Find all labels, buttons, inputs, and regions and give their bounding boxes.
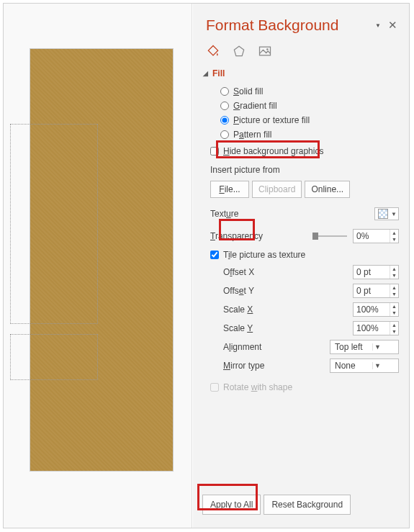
panel-title: Format Background — [206, 17, 338, 34]
radio-gradient-fill[interactable]: Gradient fill — [220, 99, 399, 113]
apply-to-all-button[interactable]: Apply to All — [202, 495, 261, 515]
hide-bg-checkbox-row[interactable]: Hide background graphics — [210, 142, 399, 159]
rotate-checkbox — [210, 383, 219, 392]
reset-background-button[interactable]: Reset Background — [264, 495, 351, 515]
transparency-slider[interactable] — [312, 235, 347, 237]
transparency-label: Transparency — [210, 231, 263, 241]
file-button[interactable]: File... — [210, 181, 249, 198]
clipboard-button: Clipboard — [252, 181, 302, 198]
fill-section-header[interactable]: ◢ Fill — [193, 66, 409, 83]
svg-marker-0 — [234, 46, 243, 55]
radio-picture-fill[interactable]: Picture or texture fill — [220, 113, 399, 127]
effects-tab-icon[interactable] — [232, 44, 246, 58]
texture-dropdown[interactable]: ▼ — [374, 207, 399, 220]
offset-x-spinner[interactable]: 0 pt ▲▼ — [353, 265, 399, 279]
hide-bg-checkbox[interactable] — [210, 147, 219, 155]
texture-swatch-icon — [378, 209, 388, 219]
offset-y-label: Offset Y — [223, 286, 254, 296]
radio-pattern-input[interactable] — [220, 130, 229, 139]
radio-solid-input[interactable] — [220, 87, 229, 96]
tile-checkbox[interactable] — [210, 251, 219, 259]
mirror-label: Mirror type — [223, 361, 264, 371]
offset-y-spinner[interactable]: 0 pt ▲▼ — [353, 284, 399, 298]
subtitle-placeholder — [10, 334, 98, 380]
radio-picture-input[interactable] — [220, 116, 229, 125]
transparency-value[interactable]: 0% — [354, 230, 390, 243]
format-background-panel: Format Background ▼ ✕ ◢ Fill — [193, 4, 409, 528]
alignment-dropdown[interactable]: Top left ▼ — [330, 340, 399, 354]
chevron-down-icon: ▼ — [391, 211, 397, 217]
insert-picture-label: Insert picture from — [210, 159, 399, 179]
slide-thumbnail — [30, 48, 174, 472]
radio-solid-fill[interactable]: Solid fill — [220, 84, 399, 99]
panel-menu-icon[interactable]: ▼ — [375, 22, 381, 29]
scale-x-spinner[interactable]: 100% ▲▼ — [353, 302, 399, 317]
chevron-down-icon: ▼ — [372, 362, 382, 369]
close-icon[interactable]: ✕ — [388, 19, 397, 32]
radio-pattern-fill[interactable]: Pattern fill — [220, 127, 399, 142]
texture-label: Texture — [210, 209, 238, 219]
collapse-icon: ◢ — [203, 70, 208, 77]
picture-tab-icon[interactable] — [258, 44, 272, 58]
alignment-label: Alignment — [223, 342, 261, 352]
scale-y-spinner[interactable]: 100% ▲▼ — [353, 321, 399, 335]
chevron-down-icon: ▼ — [372, 343, 382, 351]
title-placeholder — [10, 124, 98, 324]
slide-preview-area — [4, 4, 192, 528]
rotate-checkbox-row: Rotate with shape — [210, 378, 399, 395]
mirror-dropdown[interactable]: None ▼ — [330, 359, 399, 373]
transparency-spinner[interactable]: 0% ▲▼ — [353, 229, 399, 243]
svg-point-2 — [266, 48, 269, 50]
online-button[interactable]: Online... — [305, 181, 350, 198]
spinner-up-icon[interactable]: ▲ — [390, 230, 398, 236]
fill-tab-icon[interactable] — [206, 44, 220, 58]
tile-checkbox-row[interactable]: Tile picture as texture — [210, 245, 399, 263]
fill-section-label: Fill — [212, 68, 225, 78]
scale-x-label: Scale X — [223, 305, 253, 315]
radio-gradient-input[interactable] — [220, 102, 229, 110]
spinner-down-icon[interactable]: ▼ — [390, 236, 398, 243]
scale-y-label: Scale Y — [223, 323, 253, 333]
offset-x-label: Offset X — [223, 267, 254, 277]
